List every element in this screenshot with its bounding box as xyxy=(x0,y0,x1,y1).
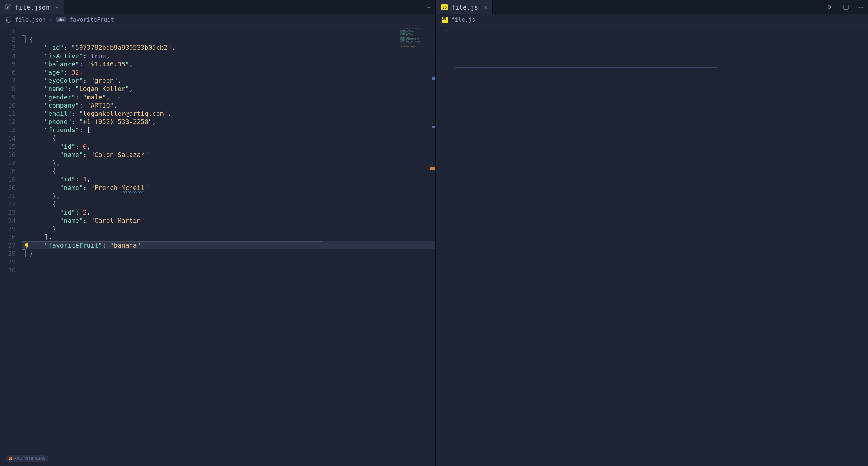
line-number: 1 xyxy=(0,27,16,35)
line-number: 11 xyxy=(0,109,16,118)
js-file-icon: JS xyxy=(442,17,448,23)
minimap[interactable]: { "_id":"5973782bdb9a930533b05cb2", "isA… xyxy=(399,27,434,57)
code-line: "name": "Carol Martin" xyxy=(22,216,435,224)
code-line: "company": "ARTIQ", xyxy=(22,101,435,109)
line-number: 15 xyxy=(0,142,16,151)
line-number: 3 xyxy=(0,43,16,52)
symbol-kind-badge: abc xyxy=(56,17,66,22)
code-content[interactable] xyxy=(455,26,868,466)
json-file-icon: ◐ xyxy=(5,4,11,10)
line-number: 13 xyxy=(0,126,16,134)
code-line: "isActive": true, xyxy=(22,52,435,60)
tab-overflow-icon[interactable]: ⋯ xyxy=(422,4,436,11)
code-line xyxy=(22,27,435,35)
gifos-badge: 🦊 MADE WITH GIFOS xyxy=(6,455,48,462)
overview-mark xyxy=(430,167,435,170)
js-file-icon: JS xyxy=(441,4,448,10)
code-line: "_id": "5973782bdb9a930533b05cb2", xyxy=(22,43,435,52)
code-line: } xyxy=(22,225,435,233)
code-line: "id": 0, xyxy=(22,142,435,151)
code-line: ], xyxy=(22,233,435,241)
line-number: 7 xyxy=(0,76,16,85)
tab-file-json[interactable]: ◐ file.json × xyxy=(0,0,64,14)
tab-bar-left: ◐ file.json × ⋯ xyxy=(0,0,435,14)
code-line: "balance": "$1,446.35", xyxy=(22,60,435,68)
line-number: 4 xyxy=(0,52,16,60)
line-number: 1 xyxy=(436,27,448,35)
breadcrumb-file[interactable]: file.js xyxy=(451,16,475,23)
app-root: ◐ file.json × ⋯ ◐ file.json › abc favori… xyxy=(0,0,868,466)
line-gutter: 1 2 3 4 5 6 7 8 9 10 11 12 13 14 15 16 1… xyxy=(0,26,22,466)
code-line: "age": 32, xyxy=(22,68,435,76)
close-icon[interactable]: × xyxy=(55,4,59,11)
code-line xyxy=(22,266,435,274)
line-number: 2 xyxy=(0,35,16,43)
line-number: 14 xyxy=(0,134,16,142)
line-number: 30 xyxy=(0,266,16,274)
line-number: 28 xyxy=(0,249,16,258)
code-line: "id": 2, xyxy=(22,208,435,216)
line-number: 10 xyxy=(0,101,16,109)
line-number: 25 xyxy=(0,225,16,233)
editor-pane-right: JS file.js × ⋯ JS file.js 1 xyxy=(436,0,868,466)
line-number: 16 xyxy=(0,151,16,159)
gifos-label: MADE WITH GIFOS xyxy=(14,457,45,460)
code-line: }, xyxy=(22,159,435,167)
code-line: "name": "Logan Keller", xyxy=(22,85,435,93)
text-cursor xyxy=(455,43,455,51)
code-line xyxy=(22,258,435,266)
code-line: "name": "Colon Salazar" xyxy=(22,151,435,159)
code-line: "phone": "+1 (952) 533-2258", xyxy=(22,118,435,126)
code-line: { xyxy=(22,35,435,43)
code-line: { xyxy=(22,200,435,208)
tab-bar-right: JS file.js × ⋯ xyxy=(436,0,868,14)
code-line: "id": 1, xyxy=(22,175,435,183)
line-number: 21 xyxy=(0,192,16,200)
line-number: 20 xyxy=(0,184,16,192)
line-number: 27 xyxy=(0,241,16,249)
code-editor-left[interactable]: 1 2 3 4 5 6 7 8 9 10 11 12 13 14 15 16 1… xyxy=(0,26,435,466)
tab-file-js[interactable]: JS file.js × xyxy=(436,0,493,14)
code-line: 💡 "favoriteFruit": "banana" xyxy=(22,241,435,249)
code-editor-right[interactable]: 1 xyxy=(436,26,868,466)
line-number: 22 xyxy=(0,200,16,208)
code-line: { xyxy=(22,134,435,142)
fox-icon: 🦊 xyxy=(9,457,12,460)
editor-pane-left: ◐ file.json × ⋯ ◐ file.json › abc favori… xyxy=(0,0,436,466)
line-number: 5 xyxy=(0,60,16,68)
tab-overflow-icon[interactable]: ⋯ xyxy=(854,4,868,11)
breadcrumb-file[interactable]: file.json xyxy=(15,16,46,23)
tab-label: file.js xyxy=(451,4,478,11)
line-number: 26 xyxy=(0,233,16,241)
breadcrumb-left: ◐ file.json › abc favoriteFruit xyxy=(0,14,435,26)
line-number: 9 xyxy=(0,93,16,101)
json-file-icon: ◐ xyxy=(6,17,11,23)
overview-mark xyxy=(432,77,435,80)
line-number: 6 xyxy=(0,68,16,76)
code-line: "eyeColor": "green", xyxy=(22,76,435,85)
overview-ruler xyxy=(431,26,435,466)
code-content[interactable]: { "_id": "5973782bdb9a930533b05cb2", "is… xyxy=(22,26,435,466)
line-number: 29 xyxy=(0,258,16,266)
close-icon[interactable]: × xyxy=(484,4,487,11)
lightbulb-icon[interactable]: 💡 xyxy=(23,242,29,250)
active-line-highlight xyxy=(455,60,717,68)
code-line: { xyxy=(22,167,435,175)
code-line: "name": "French Mcneil" xyxy=(22,184,435,192)
line-number: 19 xyxy=(0,175,16,184)
tab-label: file.json xyxy=(15,4,50,11)
code-line: }, xyxy=(22,192,435,200)
code-line: "email": "logankeller@artiq.com", xyxy=(22,109,435,118)
chevron-right-icon: › xyxy=(49,16,53,23)
code-line: } xyxy=(22,249,435,258)
code-line: "friends": [ xyxy=(22,126,435,134)
line-number: 8 xyxy=(0,85,16,93)
split-editor-icon[interactable] xyxy=(838,4,854,10)
breadcrumb-right: JS file.js xyxy=(436,14,868,26)
overview-mark xyxy=(432,126,435,128)
line-number: 23 xyxy=(0,208,16,216)
breadcrumb-symbol[interactable]: favoriteFruit xyxy=(70,16,114,23)
line-gutter: 1 xyxy=(436,26,455,466)
run-icon[interactable] xyxy=(821,4,838,10)
line-number: 12 xyxy=(0,118,16,126)
